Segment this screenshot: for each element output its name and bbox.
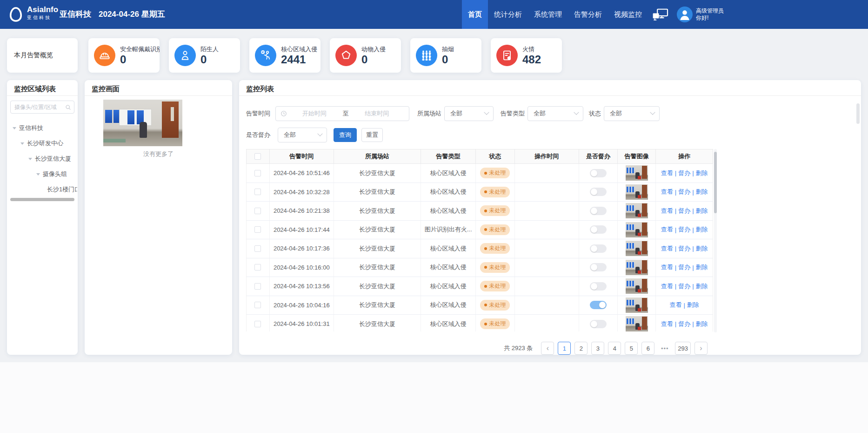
prev-page-button[interactable]: ‹: [541, 342, 554, 355]
action-link[interactable]: 删除: [696, 169, 708, 177]
search-button[interactable]: 查询: [334, 128, 357, 142]
row-checkbox[interactable]: [254, 226, 261, 233]
panel-scrollbar[interactable]: [856, 103, 860, 124]
supervise-toggle[interactable]: [590, 207, 607, 215]
row-checkbox[interactable]: [254, 170, 261, 176]
tree-node-4[interactable]: 长沙1楼门口: [7, 182, 77, 197]
nav-item-2[interactable]: 系统管理: [528, 0, 568, 29]
action-separator: |: [692, 320, 694, 327]
tree-node-1[interactable]: 长沙研发中心: [7, 135, 77, 151]
alarm-time-range-input[interactable]: 开始时间 至 结束时间: [275, 106, 409, 121]
page-button-5[interactable]: 5: [625, 342, 638, 355]
supervise-toggle[interactable]: [590, 320, 607, 328]
supervise-toggle[interactable]: [590, 169, 607, 177]
next-page-button[interactable]: ›: [694, 342, 708, 355]
more-pages-ellipsis[interactable]: •••: [658, 342, 671, 355]
action-link[interactable]: 督办: [678, 188, 690, 196]
page-button-2[interactable]: 2: [574, 342, 588, 355]
user-info[interactable]: 高级管理员 你好!: [696, 7, 724, 21]
status-select[interactable]: 全部: [604, 106, 660, 121]
cell-station: 长沙亚信大厦: [334, 315, 421, 332]
alarm-image-thumbnail[interactable]: [626, 278, 648, 294]
action-link[interactable]: 督办: [678, 225, 690, 234]
row-checkbox[interactable]: [254, 264, 261, 271]
nav-item-0[interactable]: 首页: [462, 0, 488, 29]
tree-node-2[interactable]: 长沙亚信大厦: [7, 151, 77, 166]
action-link[interactable]: 督办: [678, 244, 690, 253]
row-checkbox[interactable]: [254, 302, 261, 308]
supervise-toggle[interactable]: [590, 282, 607, 291]
nav-item-1[interactable]: 统计分析: [488, 0, 528, 29]
row-checkbox[interactable]: [254, 208, 261, 214]
chevron-down-icon[interactable]: [28, 158, 32, 160]
station-select[interactable]: 全部: [444, 106, 494, 121]
action-link[interactable]: 查看: [661, 244, 673, 253]
row-checkbox[interactable]: [254, 321, 261, 327]
action-link[interactable]: 查看: [661, 282, 673, 291]
action-link[interactable]: 查看: [661, 207, 673, 215]
chevron-down-icon[interactable]: [13, 127, 16, 129]
status-dot-icon: [484, 266, 487, 269]
supervise-filter-label: 是否督办: [246, 128, 270, 142]
page-button-3[interactable]: 3: [591, 342, 604, 355]
red-box-shape: [638, 214, 641, 217]
table-vertical-scrollbar[interactable]: [714, 149, 717, 332]
action-link[interactable]: 督办: [678, 282, 690, 291]
action-link[interactable]: 查看: [661, 225, 673, 234]
select-all-checkbox[interactable]: [254, 153, 261, 160]
action-link[interactable]: 督办: [678, 263, 690, 271]
row-checkbox[interactable]: [254, 245, 261, 252]
action-link[interactable]: 删除: [696, 225, 708, 234]
action-link[interactable]: 删除: [687, 301, 699, 309]
action-link[interactable]: 查看: [661, 320, 673, 328]
alarm-image-thumbnail[interactable]: [626, 184, 648, 200]
stat-label: 安全帽佩戴识别: [120, 45, 160, 54]
nav-item-3[interactable]: 告警分析: [568, 0, 608, 29]
action-link[interactable]: 查看: [661, 188, 673, 196]
horizontal-scrollbar[interactable]: [10, 198, 74, 201]
alarm-image-thumbnail[interactable]: [626, 260, 648, 275]
monitor-screens-icon[interactable]: [651, 8, 670, 22]
action-link[interactable]: 督办: [678, 320, 690, 328]
camera-snapshot[interactable]: [103, 100, 182, 146]
scrollbar-thumb[interactable]: [714, 152, 717, 213]
alarm-image-thumbnail[interactable]: [626, 241, 648, 256]
action-link[interactable]: 删除: [696, 244, 708, 253]
supervise-select[interactable]: 全部: [278, 128, 327, 142]
action-link[interactable]: 删除: [696, 207, 708, 215]
tree-node-0[interactable]: 亚信科技: [7, 120, 77, 135]
supervise-toggle[interactable]: [590, 225, 607, 234]
reset-button[interactable]: 重置: [361, 128, 383, 142]
action-link[interactable]: 督办: [678, 207, 690, 215]
action-link[interactable]: 查看: [669, 301, 681, 309]
camera-search-input[interactable]: [14, 104, 65, 110]
action-link[interactable]: 删除: [696, 282, 708, 291]
supervise-toggle[interactable]: [590, 263, 607, 271]
last-page-button[interactable]: 293: [675, 342, 691, 355]
supervise-toggle[interactable]: [590, 188, 607, 196]
tree-node-3[interactable]: 摄像头组: [7, 166, 77, 182]
alarm-image-thumbnail[interactable]: [626, 165, 648, 181]
action-link[interactable]: 删除: [696, 188, 708, 196]
row-checkbox[interactable]: [254, 189, 261, 195]
chevron-down-icon[interactable]: [36, 173, 40, 176]
action-link[interactable]: 督办: [678, 169, 690, 177]
action-link[interactable]: 查看: [661, 263, 673, 271]
page-button-6[interactable]: 6: [641, 342, 654, 355]
user-avatar-icon[interactable]: [677, 7, 693, 22]
supervise-toggle[interactable]: [590, 301, 607, 309]
alarm-image-thumbnail[interactable]: [626, 222, 648, 237]
action-link[interactable]: 查看: [661, 169, 673, 177]
page-button-1[interactable]: 1: [558, 342, 571, 355]
page-button-4[interactable]: 4: [608, 342, 621, 355]
alarm-image-thumbnail[interactable]: [626, 203, 648, 218]
action-link[interactable]: 删除: [696, 320, 708, 328]
action-link[interactable]: 删除: [696, 263, 708, 271]
alarm-type-select[interactable]: 全部: [527, 106, 583, 121]
row-checkbox[interactable]: [254, 283, 261, 290]
nav-item-4[interactable]: 视频监控: [608, 0, 648, 29]
supervise-toggle[interactable]: [590, 244, 607, 253]
chevron-down-icon[interactable]: [20, 142, 24, 145]
alarm-image-thumbnail[interactable]: [626, 298, 648, 313]
alarm-image-thumbnail[interactable]: [626, 316, 648, 332]
